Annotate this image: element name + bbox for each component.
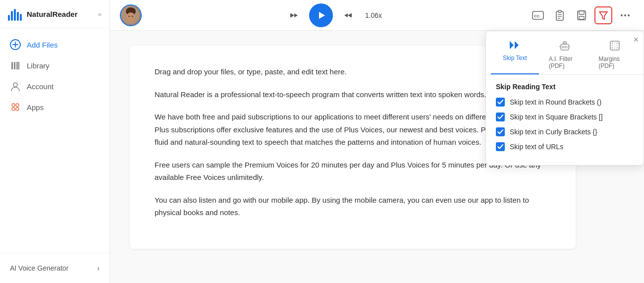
app-name: NaturalReader [27, 10, 78, 18]
option-round-brackets[interactable]: Skip text in Round Brackets () [496, 98, 634, 107]
sidebar-item-add-files[interactable]: Add Files [0, 34, 109, 55]
checkbox-urls[interactable] [496, 142, 505, 151]
add-files-label: Add Files [27, 41, 58, 49]
forward-button[interactable] [340, 7, 356, 23]
option-urls[interactable]: Skip text of URLs [496, 142, 634, 151]
sidebar-item-account[interactable]: Account [0, 76, 109, 97]
sidebar-item-apps[interactable]: Apps [0, 97, 109, 117]
collapse-button[interactable]: « [98, 10, 102, 18]
svg-rect-26 [556, 11, 563, 20]
svg-point-18 [126, 12, 135, 22]
option-urls-label: Skip text of URLs [510, 143, 563, 151]
filter-button[interactable] [594, 6, 612, 24]
dropdown-tabs: Skip Text A.I. Filt [486, 31, 644, 75]
svg-rect-0 [8, 15, 10, 21]
sidebar-nav: Add Files Library Account [0, 28, 109, 253]
tab-ai-filter[interactable]: A.I. Filter (PDF) [541, 36, 589, 74]
svg-rect-47 [610, 41, 619, 50]
sidebar-footer: AI Voice Generator › [0, 253, 109, 283]
svg-point-37 [628, 14, 630, 16]
sidebar-item-library[interactable]: Library [0, 55, 109, 76]
dropdown-close-button[interactable]: × [633, 35, 639, 44]
library-icon [10, 60, 21, 71]
sidebar: NaturalReader « Add Files [0, 0, 110, 283]
svg-point-12 [12, 104, 15, 107]
svg-point-36 [624, 14, 626, 16]
sidebar-logo: NaturalReader « [0, 0, 109, 28]
option-round-label: Skip text in Round Brackets () [510, 98, 601, 106]
tab-margins-label: Margins (PDF) [598, 56, 631, 69]
more-button[interactable] [616, 6, 634, 24]
option-square-brackets[interactable]: Skip text in Square Brackets [] [496, 113, 634, 121]
apps-label: Apps [27, 103, 44, 112]
cc-button[interactable]: CC [529, 6, 547, 24]
svg-rect-32 [579, 11, 584, 14]
svg-rect-1 [11, 11, 13, 21]
dropdown-body: Skip Reading Text Skip text in Round Bra… [486, 75, 644, 165]
tab-skip-text[interactable]: Skip Text [491, 36, 539, 74]
option-curly-label: Skip text in Curly Brackets {} [510, 128, 597, 136]
svg-rect-10 [16, 62, 19, 69]
svg-point-43 [562, 46, 564, 48]
skip-text-dropdown: × Skip Text [485, 31, 644, 166]
svg-text:CC: CC [534, 14, 540, 18]
svg-rect-33 [579, 16, 584, 19]
checkbox-round[interactable] [496, 98, 505, 107]
chevron-right-icon: › [97, 264, 100, 272]
ai-voice-generator-item[interactable]: AI Voice Generator › [0, 259, 109, 277]
svg-rect-27 [558, 10, 561, 12]
svg-point-20 [132, 15, 133, 16]
ai-voice-label: AI Voice Generator [10, 264, 68, 272]
margins-icon [609, 40, 620, 54]
svg-marker-34 [599, 12, 607, 19]
apps-icon [10, 102, 21, 113]
tab-ai-filter-label: A.I. Filter (PDF) [549, 56, 581, 69]
tab-skip-text-label: Skip Text [503, 55, 527, 61]
svg-rect-8 [11, 62, 13, 69]
save-button[interactable] [573, 6, 590, 24]
svg-point-19 [128, 15, 129, 16]
svg-marker-39 [515, 41, 519, 49]
svg-point-15 [16, 108, 19, 111]
main-area: 1.06x CC [110, 0, 644, 283]
library-label: Library [27, 61, 50, 70]
checkbox-curly[interactable] [496, 127, 505, 136]
svg-rect-21 [290, 13, 291, 17]
option-square-label: Skip text in Square Brackets [] [510, 113, 603, 121]
svg-point-11 [13, 83, 17, 87]
checkbox-square[interactable] [496, 113, 505, 121]
svg-point-35 [621, 14, 623, 16]
speed-display[interactable]: 1.06x [363, 11, 384, 19]
user-icon [10, 81, 21, 92]
svg-rect-3 [17, 12, 19, 21]
account-label: Account [27, 82, 54, 91]
rewind-button[interactable] [286, 7, 302, 23]
dropdown-title: Skip Reading Text [496, 83, 634, 91]
skip-text-icon [509, 40, 521, 53]
plus-circle-icon [10, 39, 21, 50]
avatar[interactable] [120, 4, 142, 26]
svg-marker-22 [319, 12, 325, 19]
logo-icon [8, 7, 23, 21]
tab-margins[interactable]: Margins (PDF) [590, 36, 639, 74]
svg-point-44 [565, 46, 567, 48]
robot-icon [559, 40, 571, 54]
header: 1.06x CC [110, 0, 644, 31]
header-right-controls: CC [529, 6, 634, 24]
clipboard-button[interactable] [551, 6, 569, 24]
play-button[interactable] [309, 3, 333, 27]
option-curly-brackets[interactable]: Skip text in Curly Brackets {} [496, 127, 634, 136]
avatar-image [121, 5, 141, 25]
svg-point-13 [16, 104, 19, 107]
svg-rect-4 [20, 14, 22, 21]
playback-controls: 1.06x [150, 3, 521, 27]
svg-point-14 [12, 108, 15, 111]
svg-rect-9 [14, 62, 15, 69]
doc-paragraph-4: You can also listen and go with our mobi… [155, 194, 551, 219]
svg-rect-23 [351, 13, 352, 17]
svg-marker-38 [510, 41, 514, 49]
svg-rect-2 [14, 9, 16, 21]
